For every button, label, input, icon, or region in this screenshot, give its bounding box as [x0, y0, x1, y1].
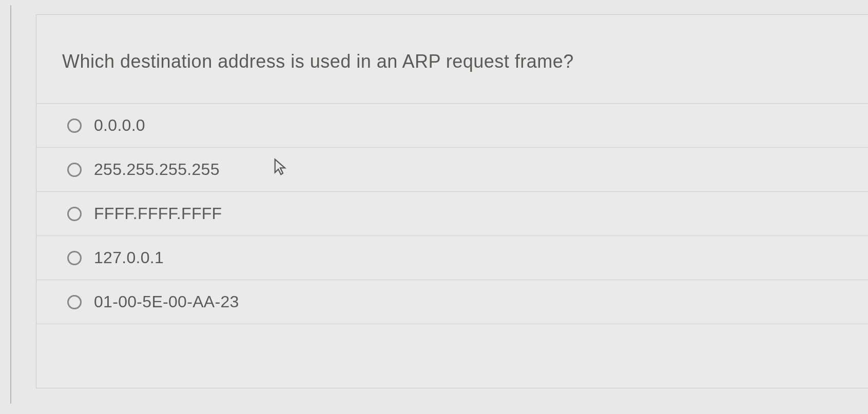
radio-icon[interactable] — [67, 163, 82, 177]
option-label: 255.255.255.255 — [94, 160, 220, 179]
question-panel: Which destination address is used in an … — [36, 14, 868, 388]
question-text: Which destination address is used in an … — [62, 51, 847, 72]
question-area: Which destination address is used in an … — [36, 15, 868, 103]
option-label: 127.0.0.1 — [94, 248, 164, 267]
outer-frame: Which destination address is used in an … — [10, 5, 868, 404]
option-row-4[interactable]: 01-00-5E-00-AA-23 — [36, 280, 868, 324]
radio-icon[interactable] — [67, 119, 82, 133]
radio-icon[interactable] — [67, 207, 82, 221]
option-label: FFFF.FFFF.FFFF — [94, 204, 222, 223]
option-label: 0.0.0.0 — [94, 116, 145, 135]
option-row-2[interactable]: FFFF.FFFF.FFFF — [36, 191, 868, 235]
radio-icon[interactable] — [67, 251, 82, 265]
radio-icon[interactable] — [67, 295, 82, 309]
option-row-3[interactable]: 127.0.0.1 — [36, 235, 868, 280]
options-list: 0.0.0.0 255.255.255.255 FFFF.FFFF.FFFF 1… — [36, 103, 868, 324]
option-label: 01-00-5E-00-AA-23 — [94, 292, 239, 311]
option-row-1[interactable]: 255.255.255.255 — [36, 147, 868, 191]
cursor-icon — [273, 158, 288, 176]
option-row-0[interactable]: 0.0.0.0 — [36, 103, 868, 147]
